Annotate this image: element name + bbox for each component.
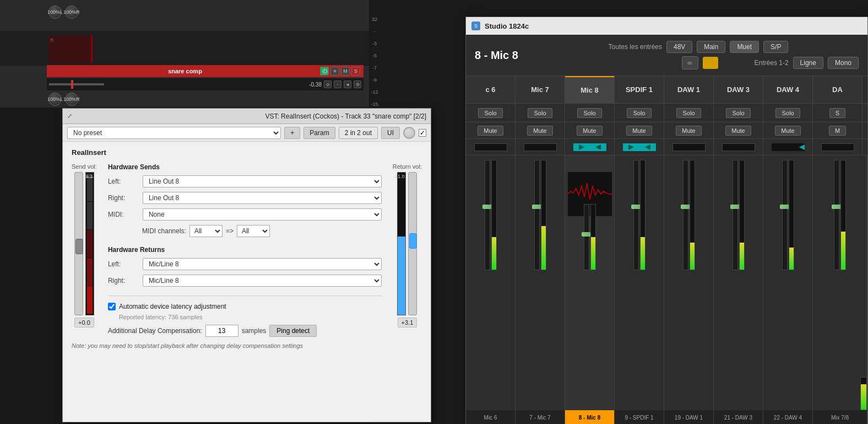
- io-button[interactable]: 2 in 2 out: [339, 127, 378, 139]
- label-daw1[interactable]: 19 - DAW 1: [664, 410, 714, 424]
- mute-btn-spdif[interactable]: Mute: [626, 126, 652, 136]
- track-icon-group: ⏻ ≡ M S: [320, 67, 360, 76]
- btn-48v[interactable]: 48V: [666, 41, 692, 53]
- hw-midi-select[interactable]: None: [143, 208, 382, 221]
- knob-100r-2[interactable]: 100%R: [65, 93, 78, 106]
- mix-78-meter: [860, 377, 867, 410]
- fader-daw4[interactable]: [782, 160, 788, 270]
- hw-left-select[interactable]: Line Out 8: [143, 175, 382, 187]
- fader-spdif[interactable]: [633, 160, 639, 270]
- return-fader-handle[interactable]: [409, 233, 417, 249]
- studio-panel: S Studio 1824c 8 - Mic 8 Toutes les entr…: [465, 17, 868, 424]
- pan-mic7: [516, 139, 565, 155]
- label-mic7[interactable]: 7 - Mic 7: [516, 410, 565, 424]
- track-vol-icon[interactable]: ◄: [344, 80, 351, 88]
- ui-button[interactable]: UI: [381, 127, 400, 139]
- mute-btn-mic8[interactable]: Mute: [577, 126, 602, 136]
- midi-ch-from-select[interactable]: All: [189, 225, 223, 237]
- track-fader-mini[interactable]: [71, 80, 73, 89]
- fader-da[interactable]: [834, 160, 839, 270]
- mute-btn-mic6[interactable]: Mute: [478, 126, 503, 136]
- return-fader-track[interactable]: [408, 172, 417, 315]
- btn-main[interactable]: Main: [697, 41, 725, 53]
- label-mic8[interactable]: 8 - Mic 8: [565, 410, 615, 424]
- track-phase-icon[interactable]: ⊘: [324, 80, 332, 88]
- solo-btn-mic8[interactable]: Solo: [577, 108, 601, 118]
- mute-daw3: Mute: [714, 122, 763, 138]
- label-daw3[interactable]: 21 - DAW 3: [714, 410, 763, 424]
- return-meter-fill: [398, 237, 405, 315]
- track-s-btn[interactable]: S: [351, 67, 360, 76]
- knob-100l[interactable]: 100%L: [48, 6, 62, 19]
- mute-btn-daw3[interactable]: Mute: [725, 126, 751, 136]
- ping-detect-button[interactable]: Ping detect: [269, 325, 317, 337]
- btn-muet[interactable]: Muet: [730, 41, 759, 53]
- label-daw4[interactable]: 22 - DAW 4: [763, 410, 813, 424]
- solo-btn-mic6[interactable]: Solo: [478, 108, 502, 118]
- track-label: R: [50, 37, 54, 43]
- pan-daw1-indicator[interactable]: [672, 143, 706, 151]
- snare-comp-track: snare comp ⏻ ≡ M S: [47, 65, 364, 77]
- fader-daw1[interactable]: [683, 160, 688, 270]
- pan-mic6-indicator[interactable]: [474, 143, 507, 151]
- knob-100l-2[interactable]: 100%L: [48, 93, 62, 106]
- label-mic6[interactable]: Mic 6: [466, 410, 516, 424]
- ret-right-select[interactable]: Mic/Line 8: [143, 275, 382, 287]
- fader-mic8[interactable]: [584, 204, 589, 270]
- pan-mic8-indicator[interactable]: [573, 143, 606, 151]
- color-picker[interactable]: [703, 57, 718, 69]
- solo-btn-spdif[interactable]: Solo: [627, 108, 651, 118]
- btn-ligne[interactable]: Ligne: [793, 57, 823, 69]
- header-row-1: Toutes les entrées 48V Main Muet S/P: [596, 41, 859, 53]
- fader-mic6[interactable]: [485, 160, 490, 270]
- knob-100r[interactable]: 100%R: [65, 6, 78, 19]
- pan-da-indicator[interactable]: [821, 143, 854, 151]
- track-db-value: -0.38: [309, 82, 322, 88]
- studio-header: 8 - Mic 8 Toutes les entrées 48V Main Mu…: [466, 35, 867, 76]
- pan-daw3-indicator[interactable]: [722, 143, 755, 151]
- ret-left-select[interactable]: Mic/Line 8: [143, 258, 382, 270]
- solo-btn-daw4[interactable]: Solo: [775, 108, 800, 118]
- track-m-btn[interactable]: M: [341, 67, 350, 76]
- btn-mono[interactable]: Mono: [828, 57, 859, 69]
- label-spdif[interactable]: 9 - SPDIF 1: [615, 410, 664, 424]
- pan-daw4-indicator[interactable]: [772, 143, 805, 151]
- meter-spdif-fill: [641, 237, 645, 270]
- pan-mic7-indicator[interactable]: [524, 143, 557, 151]
- preset-dropdown[interactable]: No preset: [67, 127, 281, 139]
- link-icon[interactable]: ∞: [682, 56, 698, 69]
- track-eq-icon[interactable]: ~: [334, 80, 341, 88]
- param-button[interactable]: Param: [303, 127, 335, 139]
- return-level-meter: -11.0: [397, 172, 406, 315]
- solo-btn-daw1[interactable]: Solo: [676, 108, 701, 118]
- return-vol-label: Return vol:: [393, 163, 422, 170]
- track-controls: -0.38 ⊘ ~ ◄ ⚙: [47, 78, 364, 90]
- track-env-icon[interactable]: ⚙: [354, 80, 361, 88]
- hw-right-select[interactable]: Line Out 8: [143, 192, 382, 204]
- mute-btn-da[interactable]: M: [829, 126, 846, 136]
- solo-btn-da[interactable]: S: [829, 108, 845, 118]
- fader-daw3[interactable]: [733, 160, 738, 270]
- mute-btn-mic7[interactable]: Mute: [527, 126, 552, 136]
- btn-sp[interactable]: S/P: [763, 41, 788, 53]
- pan-spdif-indicator[interactable]: [623, 143, 656, 151]
- track-fold-btn[interactable]: ≡: [330, 67, 339, 76]
- midi-ch-to-select[interactable]: All: [237, 225, 270, 237]
- ruler-34: -3: [372, 41, 377, 46]
- send-fader-handle[interactable]: [75, 239, 83, 254]
- mute-btn-daw4[interactable]: Mute: [775, 126, 800, 136]
- solo-btn-daw3[interactable]: Solo: [726, 108, 750, 118]
- latency-checkbox[interactable]: [108, 303, 116, 310]
- label-mix78[interactable]: Mix 7/8: [813, 410, 867, 424]
- fader-mic7[interactable]: [534, 160, 540, 270]
- solo-btn-mic7[interactable]: Solo: [528, 108, 552, 118]
- mute-btn-daw1[interactable]: Mute: [676, 126, 701, 136]
- vst-enable-checkbox[interactable]: ✓: [419, 129, 426, 137]
- add-preset-button[interactable]: +: [284, 127, 300, 139]
- send-fader-track[interactable]: [74, 172, 83, 315]
- track-power-btn[interactable]: ⏻: [320, 67, 329, 76]
- solo-row: Solo Solo Solo Solo Solo Solo Solo S: [466, 104, 867, 122]
- pan-daw1: [664, 139, 714, 155]
- vst-knob[interactable]: [403, 127, 415, 139]
- delay-input[interactable]: 13: [205, 325, 238, 337]
